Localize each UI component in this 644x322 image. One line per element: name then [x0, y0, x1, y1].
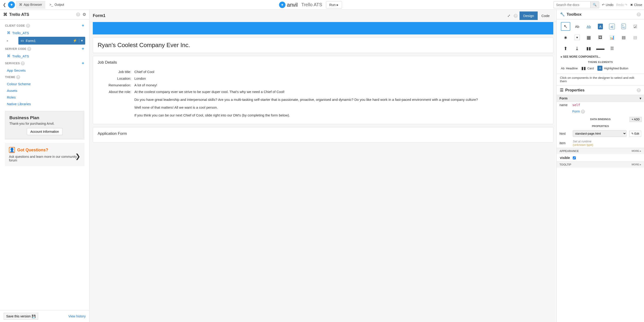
dropdown-icon: ▾ — [575, 35, 580, 40]
sidebar-item-trello-ats-client[interactable]: ⌘ Trello_ATS — [0, 30, 89, 36]
label-tool[interactable]: Ab — [572, 22, 582, 31]
help-icon[interactable]: ? — [16, 75, 20, 79]
sidebar-item-trello-ats-server[interactable]: ⌘ Trello_ATS — [0, 52, 89, 60]
run-button[interactable]: Run ▸ — [326, 1, 342, 8]
help-icon[interactable]: ? — [21, 61, 25, 66]
label-icon: Ab — [561, 66, 564, 70]
image-tool[interactable]: 🖼 — [596, 33, 605, 42]
undo-icon: ↶ — [602, 3, 605, 7]
help-icon[interactable]: ? — [514, 14, 518, 18]
close-button[interactable]: ✖ Close — [630, 3, 642, 7]
more-link[interactable]: MORE ▸ — [632, 163, 641, 166]
design-tab[interactable]: Design — [520, 12, 538, 20]
appearance-section[interactable]: APPEARANCE MORE ▸ — [557, 148, 644, 154]
form-link[interactable]: Form ? — [560, 110, 585, 114]
checkbox-tool[interactable]: ✓ — [630, 22, 640, 31]
add-binding-button[interactable]: + ADD — [630, 117, 642, 122]
sidebar-item-form1[interactable]: ▭ Form1 ⚡ ▾ — [18, 37, 85, 44]
save-version-button[interactable]: Save this version 💾 — [4, 313, 38, 320]
job-details-card[interactable]: Job Details Job title: Chief of Cool Loc… — [93, 56, 553, 124]
theme-highlighted-button[interactable]: AHighlighted Button — [598, 66, 628, 71]
pointer-icon: ↖ — [564, 24, 568, 29]
card-icon: ▮▮ — [581, 66, 586, 71]
button-icon: A — [598, 66, 602, 71]
theme-headline[interactable]: AbHeadline — [561, 66, 578, 70]
back-button[interactable]: ❮ — [2, 2, 7, 8]
questions-card[interactable]: 👤 Got Questions? Ask questions and learn… — [5, 143, 84, 166]
sidebar-item-colour-scheme[interactable]: Colour Scheme — [0, 80, 89, 87]
anvil-logo-icon[interactable]: ✦ — [8, 2, 15, 8]
remuneration-label: Remuneration: — [98, 83, 134, 87]
chevron-down-icon[interactable]: ▾ — [79, 38, 83, 43]
help-icon[interactable]: ? — [76, 12, 80, 16]
sidebar-item-native-libraries[interactable]: Native Libraries — [0, 100, 89, 107]
account-info-button[interactable]: Account Information — [27, 128, 62, 135]
company-card[interactable]: Ryan's Coolest Company Ever Inc. — [93, 37, 553, 53]
column-panel-tool[interactable]: ▮▮ — [584, 44, 594, 53]
app-browser-label: App Browser — [24, 3, 42, 6]
upload-icon: ⬆ — [564, 46, 568, 51]
add-server-code-button[interactable]: + — [82, 46, 84, 51]
redo-button[interactable]: Redo↷ — [616, 3, 628, 7]
sidebar-item-app-secrets[interactable]: App Secrets — [0, 67, 89, 74]
repeating-panel-tool[interactable]: ▤ — [630, 33, 640, 42]
pointer-tool[interactable]: ↖ — [561, 22, 570, 31]
help-icon[interactable]: ? — [581, 110, 585, 114]
see-more-components[interactable]: ▸ SEE MORE COMPONENTS... — [557, 54, 644, 60]
brand: ✦ anvil — [279, 2, 298, 8]
theme-card[interactable]: ▮▮Card — [581, 66, 594, 71]
radio-tool[interactable]: ◉ — [561, 33, 570, 42]
plot-tool[interactable]: 📊 — [607, 33, 617, 42]
search-button[interactable]: 🔍 — [590, 2, 599, 8]
view-history-link[interactable]: View history — [68, 314, 86, 318]
topbar-center: ✦ anvil Trello ATS Run ▸ — [67, 1, 554, 8]
upload-tool[interactable]: ⬆ — [561, 44, 570, 53]
help-icon[interactable]: ? — [27, 47, 31, 51]
radio-icon: ◉ — [564, 35, 567, 40]
wrench-icon: 🔧 — [560, 12, 565, 17]
app-browser-tab[interactable]: ⌘ App Browser — [16, 1, 45, 9]
list-icon: ☰ — [610, 46, 614, 51]
html-select[interactable]: standard-page.html — [573, 130, 626, 137]
link-tool[interactable]: Ab — [584, 22, 594, 31]
add-service-button[interactable]: + — [82, 61, 84, 66]
theme-header: THEME ? — [0, 74, 89, 80]
tooltip-section[interactable]: TOOLTIP MORE ▸ — [557, 162, 644, 168]
user-icon: 👤 — [9, 147, 15, 153]
search-input[interactable] — [554, 2, 590, 8]
datagrid-tool[interactable]: ▤ — [619, 33, 628, 42]
edit-html-button[interactable]: ✎ Edit — [629, 131, 641, 137]
visible-checkbox[interactable] — [573, 156, 576, 160]
expand-arrow-icon[interactable]: ▸ — [0, 39, 8, 42]
job-title-value: Chief of Cool — [134, 70, 548, 74]
more-link[interactable]: MORE ▸ — [632, 150, 641, 153]
textbox-tool[interactable]: a| — [607, 22, 617, 31]
code-tab[interactable]: Code — [538, 12, 553, 20]
flow-panel-tool[interactable]: ▬▬ — [596, 44, 605, 53]
gear-icon[interactable]: ⚙ — [82, 12, 86, 17]
sidebar-item-roles[interactable]: Roles — [0, 94, 89, 100]
button-tool[interactable]: A — [596, 22, 605, 31]
visible-row: visible — [557, 154, 644, 162]
output-tab[interactable]: >_ Output — [46, 1, 67, 9]
help-icon[interactable]: ? — [637, 12, 641, 16]
datepicker-tool[interactable]: ▦ — [584, 33, 594, 42]
help-icon[interactable]: ? — [26, 24, 30, 28]
form-icon: ▭ — [21, 38, 24, 43]
sidebar-item-assets[interactable]: Assets — [0, 87, 89, 94]
undo-button[interactable]: ↶Undo — [602, 3, 613, 7]
canvas[interactable]: Ryan's Coolest Company Ever Inc. Job Det… — [90, 22, 556, 322]
lightning-icon[interactable]: ⚡ — [73, 38, 77, 43]
add-client-code-button[interactable]: + — [82, 23, 84, 28]
link-icon: Ab — [586, 24, 591, 28]
form-header[interactable]: Form ▾ — [557, 95, 644, 102]
download-tool[interactable]: ⤓ — [572, 44, 582, 53]
dropdown-tool[interactable]: ▾ — [572, 33, 582, 42]
textarea-tool[interactable]: abc| — [619, 22, 628, 31]
application-form-card[interactable]: Application Form — [93, 127, 553, 143]
columns-icon: ▮▮ — [586, 46, 591, 51]
help-icon[interactable]: ? — [637, 88, 641, 92]
app-header-bar[interactable] — [93, 22, 553, 34]
expand-icon[interactable]: ⤢ — [506, 12, 512, 19]
linear-panel-tool[interactable]: ☰ — [607, 44, 617, 53]
